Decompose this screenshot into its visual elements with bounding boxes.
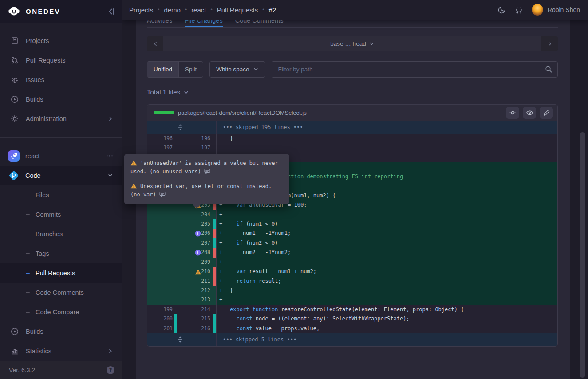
old-line-number[interactable]: 196 xyxy=(163,134,173,143)
chevron-down-icon xyxy=(183,89,189,95)
sidebar-item-files[interactable]: Files xyxy=(0,185,122,205)
sidebar-item-label: Pull Requests xyxy=(36,270,114,277)
new-line-number[interactable]: 206 xyxy=(201,229,210,238)
old-line-gutter xyxy=(147,258,177,267)
sidebar-item-builds[interactable]: Builds xyxy=(0,90,122,109)
old-line-gutter: 201 xyxy=(147,324,177,333)
sidebar-item-tags[interactable]: Tags xyxy=(0,244,122,263)
code-text: export function restoreControlledState(e… xyxy=(226,305,557,314)
diff-line: 209+ xyxy=(147,258,557,267)
diff-marker: + xyxy=(217,286,226,295)
diff-gutter xyxy=(147,333,217,346)
whitespace-dropdown[interactable]: White space xyxy=(209,61,265,78)
old-line-number[interactable]: 199 xyxy=(163,305,173,314)
unified-button[interactable]: Unified xyxy=(147,62,178,77)
chevron-down-icon xyxy=(107,172,114,179)
sidebar-item-code[interactable]: Code xyxy=(0,166,122,185)
sidebar-item-builds[interactable]: Builds xyxy=(0,322,122,341)
sidebar-item-issues[interactable]: Issues xyxy=(0,70,122,90)
avatar[interactable] xyxy=(532,4,543,16)
next-commit-button[interactable] xyxy=(541,36,558,51)
sidebar-item-label: Builds xyxy=(26,96,114,103)
new-line-number[interactable]: 212 xyxy=(201,286,210,295)
expand-lines-icon[interactable] xyxy=(177,336,184,344)
base-head-selector[interactable]: base … head xyxy=(163,36,541,51)
help-icon[interactable]: ? xyxy=(106,365,115,375)
old-line-gutter xyxy=(147,219,177,229)
coverage-bar xyxy=(213,277,216,286)
sidebar-collapse-icon[interactable] xyxy=(107,7,115,16)
old-line-number[interactable]: 200 xyxy=(163,314,173,324)
new-line-number[interactable]: 204 xyxy=(201,210,210,219)
new-line-number[interactable]: 197 xyxy=(201,143,210,152)
old-line-number[interactable]: 201 xyxy=(163,324,173,333)
dash-icon xyxy=(26,234,30,234)
new-line-number[interactable]: 208 xyxy=(201,248,210,257)
code-text: const node = ((element: any): SelectWith… xyxy=(226,314,557,324)
new-line-number[interactable]: 207 xyxy=(201,238,210,248)
project-name: react xyxy=(25,152,106,160)
filter-by-path-input[interactable] xyxy=(272,61,558,78)
search-icon[interactable] xyxy=(545,65,552,73)
sidebar-nav: ProjectsPull RequestsIssuesBuildsAdminis… xyxy=(0,23,122,361)
total-files-toggle[interactable]: Total 1 files xyxy=(147,87,560,97)
comment-bubble-icon[interactable] xyxy=(159,191,166,198)
new-line-gutter: 216 xyxy=(177,324,217,333)
sidebar-item-label: Code Comments xyxy=(36,289,114,296)
breadcrumb-item[interactable]: react xyxy=(191,6,206,14)
old-line-gutter: 200 xyxy=(147,314,177,324)
breadcrumb-item[interactable]: #2 xyxy=(268,6,276,14)
user-name[interactable]: Robin Shen xyxy=(548,6,580,13)
new-line-gutter: 211 xyxy=(177,277,217,286)
old-line-number[interactable]: 197 xyxy=(163,143,173,152)
comment-bubble-icon[interactable] xyxy=(204,168,210,175)
sidebar-item-branches[interactable]: Branches xyxy=(0,224,122,244)
old-line-gutter xyxy=(147,229,177,238)
sidebar-item-administration[interactable]: Administration xyxy=(0,109,122,129)
eye-icon[interactable] xyxy=(523,107,536,119)
new-line-number[interactable]: 213 xyxy=(201,295,210,305)
sidebar-item-code-comments[interactable]: Code Comments xyxy=(0,283,122,302)
diff-line: 199214export function restoreControlledS… xyxy=(147,305,557,314)
sidebar-item-statistics[interactable]: Statistics xyxy=(0,341,122,361)
breadcrumb-separator: • xyxy=(158,7,159,13)
breadcrumb-item[interactable]: Pull Requests xyxy=(217,6,258,14)
sidebar-item-pull-requests[interactable]: Pull Requests xyxy=(0,263,122,283)
dark-mode-moon-icon[interactable] xyxy=(498,6,506,14)
new-line-number[interactable]: 205 xyxy=(201,219,210,229)
breadcrumb-separator: • xyxy=(210,7,212,13)
github-icon[interactable] xyxy=(515,6,523,14)
split-button[interactable]: Split xyxy=(178,62,203,77)
info-icon[interactable] xyxy=(195,250,201,255)
prev-commit-button[interactable] xyxy=(147,36,163,51)
edit-pencil-icon[interactable] xyxy=(540,107,553,119)
sidebar-item-label: Tags xyxy=(36,250,114,257)
new-line-gutter: 205 xyxy=(177,219,217,229)
old-line-gutter xyxy=(147,286,177,295)
expand-lines-icon[interactable] xyxy=(177,123,184,131)
sidebar-item-commits[interactable]: Commits xyxy=(0,205,122,224)
commit-icon[interactable] xyxy=(506,107,519,119)
new-line-number[interactable]: 214 xyxy=(201,305,210,314)
sidebar-footer: Ver. 6.3.2 ? xyxy=(0,361,122,379)
file-path[interactable]: packages/react-dom/src/client/ReactDOMSe… xyxy=(178,109,502,116)
old-line-gutter: 196 xyxy=(147,134,177,143)
breadcrumb-item[interactable]: Projects xyxy=(129,6,153,14)
ellipsis-icon[interactable] xyxy=(106,152,114,160)
sidebar-item-code-compare[interactable]: Code Compare xyxy=(0,302,122,322)
sidebar-project-row[interactable]: react xyxy=(0,146,122,166)
new-line-number[interactable]: 210 xyxy=(201,267,210,276)
scrollbar-thumb[interactable] xyxy=(580,132,585,378)
info-icon[interactable] xyxy=(195,231,201,236)
new-line-number[interactable]: 209 xyxy=(201,258,210,267)
skipped-lines-label: ••• skipped 195 lines ••• xyxy=(217,121,303,134)
diff-marker: + xyxy=(217,258,226,267)
breadcrumb-item[interactable]: demo xyxy=(164,6,181,14)
new-line-number[interactable]: 196 xyxy=(201,134,210,143)
sidebar-item-pull-requests[interactable]: Pull Requests xyxy=(0,51,122,70)
new-line-number[interactable]: 211 xyxy=(201,277,210,286)
warning-icon[interactable] xyxy=(195,269,201,274)
sidebar-item-projects[interactable]: Projects xyxy=(0,31,122,51)
new-line-number[interactable]: 215 xyxy=(201,314,210,324)
new-line-number[interactable]: 216 xyxy=(201,324,210,333)
